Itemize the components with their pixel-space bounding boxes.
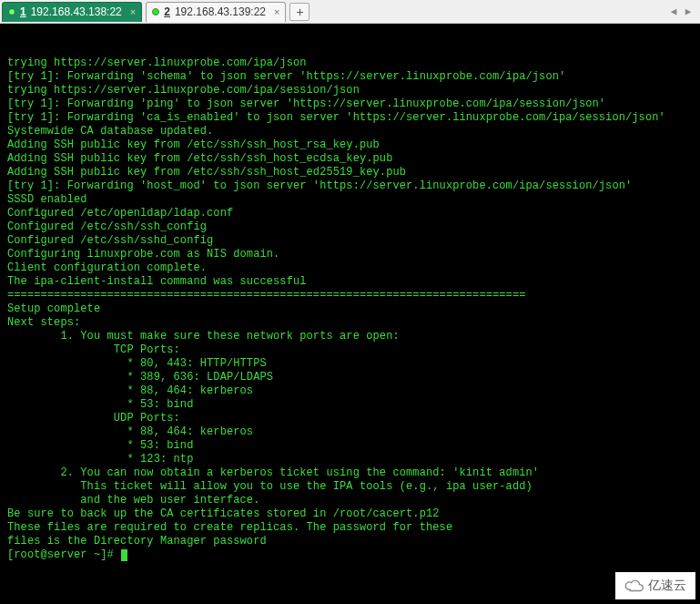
tab-1[interactable]: 1 192.168.43.138:22 × [2, 2, 142, 22]
tab-bar: 1 192.168.43.138:22 × 2 192.168.43.139:2… [0, 0, 700, 24]
terminal-line: and the web user interface. [7, 494, 693, 507]
terminal-line: * 53: bind [7, 439, 693, 453]
terminal-line: * 80, 443: HTTP/HTTPS [7, 357, 693, 371]
terminal-line: files is the Directory Manager password [7, 535, 693, 548]
terminal-output: trying https://server.linuxprobe.com/ipa… [7, 56, 693, 548]
terminal-line: Configured /etc/ssh/sshd_config [7, 234, 693, 248]
terminal-line: Next steps: [7, 316, 693, 330]
terminal-line: Adding SSH public key from /etc/ssh/ssh_… [7, 152, 693, 166]
tab-label: 192.168.43.139:22 [175, 5, 266, 18]
terminal-line: This ticket will allow you to use the IP… [7, 480, 693, 494]
terminal-line: Configuring linuxprobe.com as NIS domain… [7, 248, 693, 261]
terminal-line: These files are required to create repli… [7, 521, 693, 535]
watermark: 亿速云 [615, 572, 695, 599]
terminal-line: * 389, 636: LDAP/LDAPS [7, 371, 693, 384]
terminal-line: TCP Ports: [7, 343, 693, 357]
terminal-line: trying https://server.linuxprobe.com/ipa… [7, 56, 693, 70]
terminal-line: [try 1]: Forwarding 'ca_is_enabled' to j… [7, 111, 693, 125]
prompt-line: [root@server ~]# [7, 548, 693, 562]
tab-number: 2 [164, 5, 170, 18]
terminal-line: ========================================… [7, 289, 693, 302]
terminal-line: Setup complete [7, 302, 693, 316]
terminal-line: [try 1]: Forwarding 'host_mod' to json s… [7, 179, 693, 193]
terminal-line: The ipa-client-install command was succe… [7, 275, 693, 289]
terminal-line: Systemwide CA database updated. [7, 125, 693, 138]
close-icon[interactable]: × [127, 6, 136, 17]
cursor-icon [121, 549, 127, 561]
terminal-line: * 123: ntp [7, 453, 693, 466]
close-icon[interactable]: × [270, 6, 279, 17]
cloud-icon [624, 578, 644, 593]
tab-label: 192.168.43.138:22 [31, 5, 122, 18]
nav-left-icon[interactable]: ◀ [667, 5, 680, 18]
terminal-line: trying https://server.linuxprobe.com/ipa… [7, 84, 693, 97]
terminal-line: * 88, 464: kerberos [7, 425, 693, 439]
terminal-line: 2. You can now obtain a kerberos ticket … [7, 466, 693, 480]
terminal-line: * 88, 464: kerberos [7, 384, 693, 398]
status-dot-icon [8, 8, 15, 15]
tab-nav-arrows: ◀ ▶ [667, 5, 698, 18]
shell-prompt: [root@server ~]# [7, 548, 120, 561]
terminal-line: [try 1]: Forwarding 'schema' to json ser… [7, 70, 693, 84]
terminal-line: Configured /etc/openldap/ldap.conf [7, 207, 693, 220]
terminal-line: 1. You must make sure these network port… [7, 330, 693, 343]
terminal-line: Configured /etc/ssh/ssh_config [7, 220, 693, 234]
terminal-line: Client configuration complete. [7, 261, 693, 275]
tab-2[interactable]: 2 192.168.43.139:22 × [146, 2, 286, 22]
watermark-text: 亿速云 [648, 578, 686, 594]
terminal-line: * 53: bind [7, 398, 693, 412]
new-tab-button[interactable]: + [289, 3, 309, 21]
status-dot-icon [152, 8, 159, 15]
terminal-line: Adding SSH public key from /etc/ssh/ssh_… [7, 138, 693, 152]
tab-number: 1 [20, 5, 26, 18]
terminal-line: [try 1]: Forwarding 'ping' to json serve… [7, 97, 693, 111]
terminal-line: Adding SSH public key from /etc/ssh/ssh_… [7, 166, 693, 179]
terminal[interactable]: trying https://server.linuxprobe.com/ipa… [0, 24, 700, 604]
terminal-line: Be sure to back up the CA certificates s… [7, 507, 693, 521]
terminal-line: SSSD enabled [7, 193, 693, 207]
terminal-line: UDP Ports: [7, 412, 693, 425]
nav-right-icon[interactable]: ▶ [682, 5, 695, 18]
